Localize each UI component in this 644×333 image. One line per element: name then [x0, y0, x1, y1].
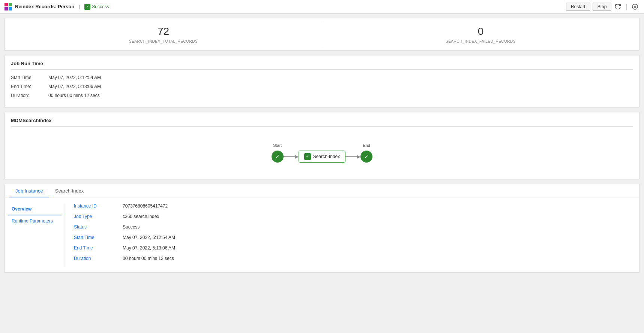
end-node-label: End [363, 143, 370, 148]
connector-1: ▶ [284, 154, 299, 159]
nav-runtime-params[interactable]: Runtime Parameters [8, 215, 62, 227]
app-icon [5, 3, 12, 10]
divider: | [626, 3, 627, 10]
start-time-value: May 07, 2022, 5:12:54 AM [48, 75, 101, 80]
status-label: Success [92, 4, 109, 9]
status-badge: ✓ Success [84, 4, 109, 10]
detail-end-time-row: End Time May 07, 2022, 5:13:06 AM [74, 245, 630, 251]
task-node-spacer [321, 143, 323, 148]
detail-end-time-value: May 07, 2022, 5:13:06 AM [123, 245, 175, 251]
task-check-icon: ✓ [304, 153, 311, 160]
success-check-icon: ✓ [84, 4, 90, 10]
nav-overview[interactable]: Overview [8, 203, 62, 215]
duration-value: 00 hours 00 mins 12 secs [48, 93, 100, 98]
task-node-box[interactable]: ✓ Search-Index [299, 151, 345, 163]
failed-records-stat: 0 SEARCH_INDEX_FAILED_RECORDS [322, 18, 639, 50]
tab-content: Overview Runtime Parameters Instance ID … [5, 197, 639, 272]
bottom-section: Job Instance Search-index Overview Runti… [5, 184, 639, 273]
arrow-icon-1: ▶ [295, 154, 299, 159]
end-time-label: End Time: [11, 84, 48, 89]
failed-records-value: 0 [478, 25, 484, 38]
start-node: Start ✓ [272, 143, 284, 163]
title-separator: | [79, 4, 80, 9]
svg-rect-1 [9, 3, 12, 6]
pipeline-card: MDMSearchIndex Start ✓ ▶ ✓ Search-Index [5, 112, 639, 179]
pipeline-title: MDMSearchIndex [11, 118, 633, 127]
detail-duration-row: Duration 00 hours 00 mins 12 secs [74, 256, 630, 261]
start-node-circle: ✓ [272, 151, 284, 163]
detail-start-time-row: Start Time May 07, 2022, 5:12:54 AM [74, 235, 630, 240]
detail-area: Instance ID 707376808605417472 Job Type … [65, 203, 639, 266]
end-node: End ✓ [360, 143, 372, 163]
connector-line-2 [345, 156, 357, 157]
start-time-row: Start Time: May 07, 2022, 5:12:54 AM [11, 75, 633, 80]
close-button[interactable] [630, 3, 639, 10]
tab-job-instance[interactable]: Job Instance [9, 184, 49, 197]
end-node-circle: ✓ [360, 151, 372, 163]
detail-start-time-label: Start Time [74, 235, 123, 240]
restart-button[interactable]: Restart [566, 3, 590, 11]
stop-button[interactable]: Stop [593, 3, 612, 11]
connector-line-1 [284, 156, 295, 157]
page-title: Reindex Records: Person [15, 4, 74, 9]
end-time-row: End Time: May 07, 2022, 5:13:06 AM [11, 84, 633, 89]
job-type-value: c360.search.index [123, 214, 159, 219]
title-bar: Reindex Records: Person | ✓ Success Rest… [0, 0, 644, 13]
detail-duration-value: 00 hours 00 mins 12 secs [123, 256, 174, 261]
job-type-row: Job Type c360.search.index [74, 214, 630, 219]
refresh-button[interactable] [614, 3, 623, 10]
svg-rect-0 [5, 3, 8, 6]
duration-label: Duration: [11, 93, 48, 98]
tabs-bar: Job Instance Search-index [5, 184, 639, 197]
status-detail-label: Status [74, 224, 123, 230]
start-node-label: Start [273, 143, 282, 148]
total-records-stat: 72 SEARCH_INDEX_TOTAL_RECORDS [5, 18, 322, 50]
status-detail-value: Success [123, 224, 140, 230]
tab-search-index[interactable]: Search-index [49, 184, 90, 197]
duration-row: Duration: 00 hours 00 mins 12 secs [11, 93, 633, 98]
task-node: ✓ Search-Index [299, 143, 345, 163]
detail-end-time-label: End Time [74, 245, 123, 251]
main-content: 72 SEARCH_INDEX_TOTAL_RECORDS 0 SEARCH_I… [0, 13, 644, 277]
job-type-label: Job Type [74, 214, 123, 219]
sidebar-nav: Overview Runtime Parameters [5, 203, 65, 266]
total-records-label: SEARCH_INDEX_TOTAL_RECORDS [129, 39, 198, 43]
svg-rect-2 [5, 7, 8, 10]
status-row: Status Success [74, 224, 630, 230]
instance-id-row: Instance ID 707376808605417472 [74, 203, 630, 209]
failed-records-label: SEARCH_INDEX_FAILED_RECORDS [446, 39, 516, 43]
start-time-label: Start Time: [11, 75, 48, 80]
job-run-time-title: Job Run Time [11, 61, 633, 70]
detail-start-time-value: May 07, 2022, 5:12:54 AM [123, 235, 175, 240]
end-time-value: May 07, 2022, 5:13:06 AM [48, 84, 101, 89]
svg-rect-3 [9, 7, 12, 10]
job-run-time-card: Job Run Time Start Time: May 07, 2022, 5… [5, 55, 639, 108]
instance-id-label: Instance ID [74, 203, 123, 209]
detail-duration-label: Duration [74, 256, 123, 261]
task-node-label: Search-Index [313, 154, 340, 159]
title-actions: Restart Stop | [566, 3, 639, 11]
pipeline-area: Start ✓ ▶ ✓ Search-Index ▶ [11, 132, 633, 174]
arrow-icon-2: ▶ [357, 154, 360, 159]
total-records-value: 72 [158, 25, 169, 38]
instance-id-value: 707376808605417472 [123, 203, 168, 209]
stats-card: 72 SEARCH_INDEX_TOTAL_RECORDS 0 SEARCH_I… [5, 18, 639, 51]
connector-2: ▶ [345, 154, 360, 159]
title-left: Reindex Records: Person | ✓ Success [5, 3, 109, 10]
